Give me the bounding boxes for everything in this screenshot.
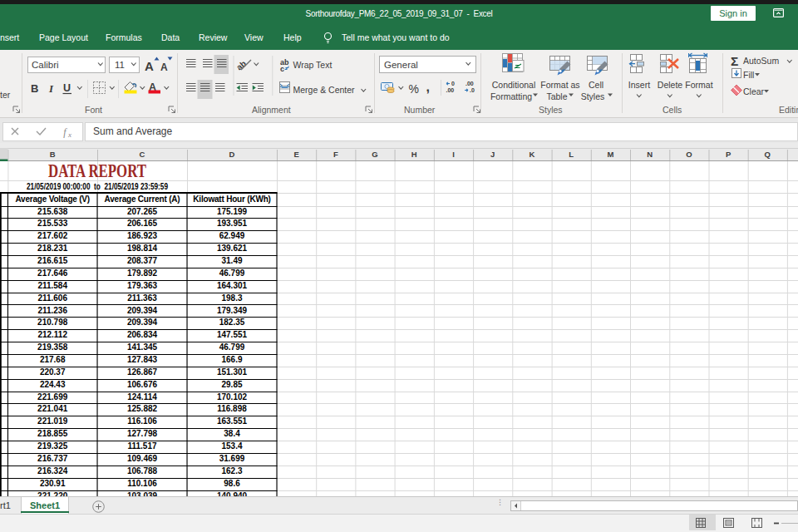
svg-text:Formatting: Formatting <box>490 91 532 101</box>
svg-text:Σ: Σ <box>731 54 738 68</box>
svg-text:Conditional: Conditional <box>492 80 536 90</box>
svg-text:Insert: Insert <box>628 80 650 90</box>
svg-text:A: A <box>160 62 168 73</box>
svg-text:Styles: Styles <box>581 91 605 101</box>
svg-text:I: I <box>48 82 54 95</box>
svg-text:General: General <box>384 60 418 70</box>
svg-text:B: B <box>31 82 38 95</box>
svg-text:,: , <box>426 80 430 94</box>
svg-text:Wrap Text: Wrap Text <box>293 60 332 70</box>
svg-text:c: c <box>280 65 284 73</box>
svg-text:Clear: Clear <box>743 86 765 96</box>
svg-text:Format as: Format as <box>540 80 579 90</box>
svg-text:Format: Format <box>685 80 712 90</box>
svg-text:0: 0 <box>451 81 455 86</box>
svg-text:%: % <box>409 82 419 96</box>
svg-text:AutoSum: AutoSum <box>743 56 779 66</box>
svg-text:Fill: Fill <box>743 70 754 80</box>
svg-text:.00: .00 <box>446 87 455 93</box>
svg-text:A: A <box>145 59 154 73</box>
svg-text:U: U <box>63 82 71 94</box>
svg-text:.00: .00 <box>466 81 474 86</box>
svg-text:Merge & Center: Merge & Center <box>293 85 356 95</box>
svg-text:.0: .0 <box>470 87 475 93</box>
svg-text:Cell: Cell <box>589 80 603 90</box>
svg-text:Delete: Delete <box>658 80 683 90</box>
svg-text:Table: Table <box>546 91 567 101</box>
svg-text:f: f <box>63 126 67 138</box>
svg-text:x: x <box>67 131 71 139</box>
